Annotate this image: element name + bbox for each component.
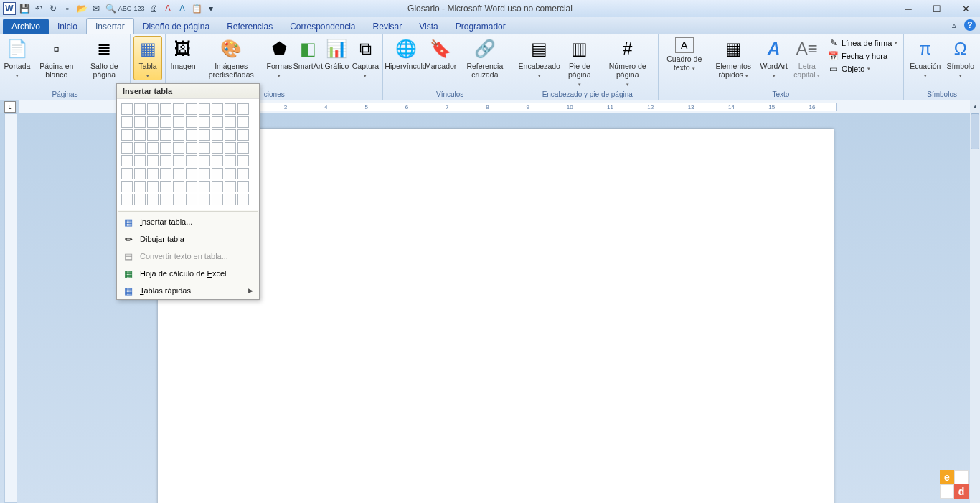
grid-cell[interactable] [199, 142, 210, 154]
grid-cell[interactable] [186, 155, 197, 166]
grid-cell[interactable] [134, 194, 146, 205]
grid-cell[interactable] [186, 142, 197, 154]
grid-cell[interactable] [212, 129, 223, 141]
numpagina-button[interactable]: #Número de página▾ [600, 36, 655, 89]
vertical-ruler[interactable] [4, 113, 17, 503]
grid-cell[interactable] [147, 116, 159, 128]
grid-cell[interactable] [225, 155, 236, 166]
grid-cell[interactable] [237, 103, 249, 115]
grid-cell[interactable] [225, 129, 236, 141]
open-icon[interactable]: 📂 [76, 3, 88, 14]
pie-button[interactable]: ▥Pie de página▾ [559, 36, 600, 89]
grid-cell[interactable] [212, 155, 223, 166]
app-icon[interactable]: W [3, 2, 16, 15]
grid-cell[interactable] [186, 168, 197, 179]
grid-cell[interactable] [173, 155, 184, 166]
grid-cell[interactable] [134, 168, 146, 179]
grid-cell[interactable] [186, 129, 197, 141]
smartart-button[interactable]: ◧SmartArt [293, 36, 322, 72]
page-break-button[interactable]: ≣ Salto de página [82, 36, 127, 80]
grid-cell[interactable] [134, 103, 146, 115]
tab-programador[interactable]: Programador [447, 19, 514, 34]
spell-icon[interactable]: ABC [119, 3, 131, 14]
save-icon[interactable]: 💾 [19, 3, 30, 14]
style-icon[interactable]: A [176, 3, 188, 14]
grid-cell[interactable] [225, 103, 236, 115]
insertar-tabla-item[interactable]: ▦ Insertar tabla... [117, 213, 259, 230]
scroll-up-icon[interactable]: ▴ [970, 100, 980, 112]
grid-cell[interactable] [160, 181, 171, 192]
hoja-excel-item[interactable]: ▦ Hoja de cálculo de Excel [117, 265, 259, 282]
grid-cell[interactable] [147, 194, 159, 205]
grid-cell[interactable] [225, 194, 236, 205]
grid-cell[interactable] [121, 168, 133, 179]
grid-cell[interactable] [212, 194, 223, 205]
formas-button[interactable]: ⬟Formas▾ [265, 36, 293, 80]
imagen-button[interactable]: 🖼Imagen [169, 36, 197, 72]
grid-cell[interactable] [160, 168, 171, 179]
tab-diseno[interactable]: Diseño de página [134, 19, 218, 34]
fechahora-button[interactable]: 📅Fecha y hora [827, 50, 899, 62]
grid-cell[interactable] [225, 181, 236, 192]
grid-cell[interactable] [237, 129, 249, 141]
grid-cell[interactable] [134, 181, 146, 192]
wordart-button[interactable]: AWordArt▾ [760, 36, 788, 80]
grid-cell[interactable] [237, 194, 249, 205]
grid-cell[interactable] [199, 116, 210, 128]
grid-cell[interactable] [225, 142, 236, 154]
email-icon[interactable]: ✉ [90, 3, 102, 14]
grid-cell[interactable] [121, 142, 133, 154]
grid-cell[interactable] [147, 168, 159, 179]
grid-cell[interactable] [186, 103, 197, 115]
grid-cell[interactable] [160, 103, 171, 115]
objeto-button[interactable]: ▭Objeto ▾ [827, 63, 899, 75]
clipart-button[interactable]: 🎨Imágenes prediseñadas▾ [197, 36, 265, 89]
grid-cell[interactable] [212, 103, 223, 115]
grid-cell[interactable] [121, 103, 133, 115]
grid-cell[interactable] [173, 168, 184, 179]
tab-revisar[interactable]: Revisar [364, 19, 411, 34]
grid-cell[interactable] [121, 181, 133, 192]
grid-cell[interactable] [199, 103, 210, 115]
grid-cell[interactable] [160, 155, 171, 166]
grid-cell[interactable] [186, 181, 197, 192]
tab-selector[interactable]: L [4, 101, 16, 113]
new-icon[interactable]: ▫ [62, 3, 73, 14]
grid-cell[interactable] [173, 181, 184, 192]
minimize-ribbon-icon[interactable]: ▵ [948, 19, 960, 31]
rapidos-button[interactable]: ▦Elementos rápidos ▾ [707, 36, 760, 80]
blank-page-button[interactable]: ▫ Página en blanco [32, 36, 82, 80]
cuadrotexto-button[interactable]: ACuadro de texto ▾ [661, 36, 707, 73]
grid-cell[interactable] [212, 116, 223, 128]
grid-cell[interactable] [237, 168, 249, 179]
grid-cell[interactable] [225, 116, 236, 128]
preview-icon[interactable]: 🔍 [105, 3, 116, 14]
grid-cell[interactable] [160, 142, 171, 154]
grid-cell[interactable] [225, 168, 236, 179]
grid-cell[interactable] [173, 142, 184, 154]
simbolo-button[interactable]: ΩSímbolo▾ [943, 36, 977, 80]
encabezado-button[interactable]: ▤Encabezado▾ [520, 36, 559, 80]
grid-cell[interactable] [147, 103, 159, 115]
grid-cell[interactable] [134, 116, 146, 128]
grid-cell[interactable] [173, 103, 184, 115]
grid-cell[interactable] [212, 168, 223, 179]
grid-cell[interactable] [173, 129, 184, 141]
hipervinculo-button[interactable]: 🌐Hipervínculo [386, 36, 425, 72]
grid-cell[interactable] [134, 155, 146, 166]
grid-cell[interactable] [121, 194, 133, 205]
grid-cell[interactable] [147, 155, 159, 166]
tab-correspondencia[interactable]: Correspondencia [281, 19, 364, 34]
tabla-button[interactable]: ▦ Tabla▾ [133, 36, 162, 80]
grid-cell[interactable] [212, 181, 223, 192]
paste-icon[interactable]: 📋 [191, 3, 202, 14]
tab-referencias[interactable]: Referencias [218, 19, 281, 34]
grid-cell[interactable] [160, 116, 171, 128]
grid-cell[interactable] [160, 194, 171, 205]
grid-cell[interactable] [147, 129, 159, 141]
letracapital-button[interactable]: A≡Letra capital ▾ [788, 36, 826, 80]
portada-button[interactable]: 📄 Portada▾ [3, 36, 32, 80]
grid-cell[interactable] [134, 129, 146, 141]
qat-customize-icon[interactable]: ▾ [205, 3, 217, 14]
grid-cell[interactable] [147, 142, 159, 154]
